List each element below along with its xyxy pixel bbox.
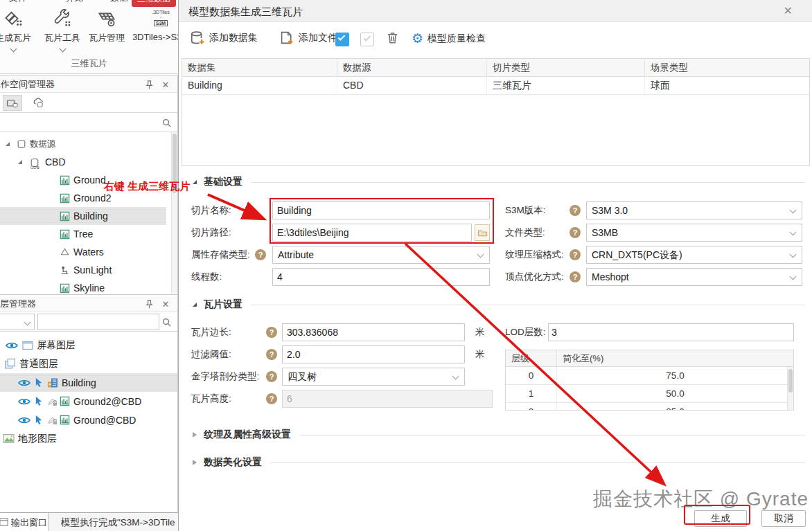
- column-header[interactable]: 切片类型: [487, 59, 645, 76]
- cell-level: 2: [506, 403, 557, 411]
- layer-manager-panel: 图层管理器 ✕ 屏幕图层 普通图层 Building: [0, 294, 178, 512]
- cell-simplify[interactable]: 25.0: [557, 403, 793, 411]
- ribbon-tab-data[interactable]: 数据: [105, 0, 133, 6]
- column-header[interactable]: 场景类型: [645, 59, 809, 76]
- scrollbar[interactable]: [171, 132, 177, 294]
- attr-storage-select[interactable]: Attribute: [272, 246, 490, 264]
- help-icon[interactable]: ?: [266, 349, 277, 360]
- eye-icon[interactable]: [18, 379, 30, 387]
- layer-item-terrain[interactable]: 地形图层: [0, 429, 177, 448]
- search-icon: [161, 317, 172, 327]
- help-icon[interactable]: ?: [266, 327, 277, 338]
- eye-icon[interactable]: [18, 416, 30, 424]
- column-header[interactable]: 数据源: [337, 59, 487, 76]
- help-icon[interactable]: ?: [255, 249, 266, 260]
- section-basic-settings[interactable]: 基础设置: [179, 174, 805, 190]
- table-row[interactable]: 0 75.0: [506, 367, 793, 385]
- thread-count-input[interactable]: [272, 268, 490, 286]
- tree-item-cbd[interactable]: UDB CBD: [0, 153, 166, 171]
- quality-check-button[interactable]: ⚙ 模型质量检查: [412, 30, 486, 46]
- lod-count-input[interactable]: [548, 323, 794, 341]
- section-data-beautify[interactable]: 数据美化设置: [179, 455, 805, 470]
- terrain-layer-icon: [3, 433, 15, 444]
- section-tile-settings[interactable]: 瓦片设置: [179, 297, 805, 312]
- chevron-down-icon: [790, 229, 797, 236]
- help-icon[interactable]: ?: [570, 271, 581, 282]
- tree-item-building[interactable]: Building: [0, 207, 166, 225]
- section-title: 基础设置: [204, 176, 242, 188]
- tree-item-waters[interactable]: Waters: [0, 243, 166, 261]
- close-icon[interactable]: ✕: [159, 298, 172, 310]
- help-icon[interactable]: ?: [570, 249, 581, 260]
- table-row[interactable]: 2 25.0: [506, 403, 793, 411]
- eye-icon[interactable]: [18, 397, 30, 406]
- invert-select-checkbox[interactable]: [360, 33, 374, 46]
- ribbon-tab-start[interactable]: 开始: [61, 0, 89, 6]
- ribbon-tab-3d-data[interactable]: 三维数据: [132, 0, 176, 7]
- layer-item-building[interactable]: Building: [0, 373, 177, 392]
- close-icon[interactable]: ✕: [159, 78, 172, 91]
- chevron-down-icon: [452, 373, 459, 380]
- cloud-workspace-tab[interactable]: [29, 95, 48, 111]
- cancel-button[interactable]: 取消: [761, 510, 806, 527]
- help-icon[interactable]: ?: [266, 393, 277, 404]
- workspace-search-input[interactable]: [3, 114, 159, 130]
- delete-button[interactable]: [385, 30, 400, 45]
- filter-threshold-input[interactable]: [282, 345, 465, 363]
- check-icon: [338, 33, 346, 41]
- help-icon[interactable]: ?: [570, 205, 581, 216]
- section-title: 数据美化设置: [204, 456, 262, 469]
- cell-simplify[interactable]: 75.0: [557, 367, 793, 384]
- layer-item-normal[interactable]: 普通图层: [0, 354, 177, 373]
- expand-icon[interactable]: [18, 160, 22, 164]
- add-dataset-button[interactable]: 添加数据集: [190, 30, 258, 46]
- texture-compress-select[interactable]: CRN_DXT5(PC设备): [586, 246, 802, 264]
- close-icon[interactable]: ✕: [784, 4, 793, 17]
- table-row[interactable]: 1 50.0: [506, 385, 793, 403]
- dataset-icon: [60, 175, 70, 186]
- scrollbar-thumb[interactable]: [788, 369, 793, 393]
- tile-tools-icon: [53, 9, 71, 27]
- layer-item-screen[interactable]: 屏幕图层: [0, 336, 177, 354]
- cell-simplify[interactable]: 50.0: [557, 385, 793, 402]
- pin-icon[interactable]: [143, 298, 155, 310]
- layer-item-label: 地形图层: [18, 433, 57, 445]
- layer-item-ground[interactable]: Ground@CBD: [0, 411, 177, 429]
- vertex-optimize-select[interactable]: Meshopt: [586, 268, 802, 286]
- layer-filter-dropdown[interactable]: [0, 314, 35, 330]
- dataset-icon: [60, 229, 70, 240]
- workspace-tab[interactable]: [3, 95, 22, 111]
- tree-item-sunlight[interactable]: SunLight: [0, 261, 166, 279]
- tile-side-input[interactable]: [282, 323, 465, 341]
- dialog-title-bar: 模型数据集生成三维瓦片: [179, 0, 812, 22]
- texture-compress-label: 纹理压缩格式:: [505, 246, 564, 264]
- tree-item-label: Building: [73, 210, 108, 222]
- table-row[interactable]: Building CBD 三维瓦片 球面: [182, 77, 809, 95]
- generate-tiles-dialog: 模型数据集生成三维瓦片 ✕ 添加数据集 添加文件 ⚙ 模型质量检查 数据集 数据…: [178, 0, 812, 531]
- section-divider: [251, 182, 805, 183]
- section-texture-advanced[interactable]: 纹理及属性高级设置: [179, 427, 805, 442]
- eye-icon[interactable]: [6, 341, 18, 350]
- scrollbar[interactable]: [787, 367, 793, 410]
- tree-item-tree[interactable]: Tree: [0, 225, 166, 243]
- tree-item-datasource[interactable]: 数据源: [0, 135, 166, 153]
- s3m-version-label: S3M版本:: [505, 201, 546, 219]
- pyramid-split-select[interactable]: 四叉树: [282, 368, 465, 386]
- add-file-button[interactable]: 添加文件: [280, 30, 337, 45]
- pin-icon[interactable]: [143, 78, 155, 91]
- file-type-select[interactable]: S3MB: [586, 224, 802, 242]
- output-window-tab[interactable]: 输出窗口: [0, 513, 48, 531]
- column-header[interactable]: 数据集: [182, 59, 337, 76]
- layer-item-ground2[interactable]: Ground2@CBD: [0, 392, 177, 411]
- tree-item-label: Ground2: [73, 192, 111, 204]
- chevron-down-icon: [24, 319, 31, 326]
- help-icon[interactable]: ?: [266, 371, 277, 382]
- help-icon[interactable]: ?: [570, 227, 581, 238]
- select-all-checkbox[interactable]: [335, 33, 349, 46]
- s3m-version-select[interactable]: S3M 3.0: [586, 201, 802, 219]
- expand-icon[interactable]: [6, 142, 10, 146]
- tree-item-skyline[interactable]: Skyline: [0, 279, 166, 294]
- cell-tile-type: 三维瓦片: [487, 77, 645, 94]
- ribbon-tab-file[interactable]: 文件: [4, 0, 32, 6]
- layer-search-input[interactable]: [37, 314, 159, 330]
